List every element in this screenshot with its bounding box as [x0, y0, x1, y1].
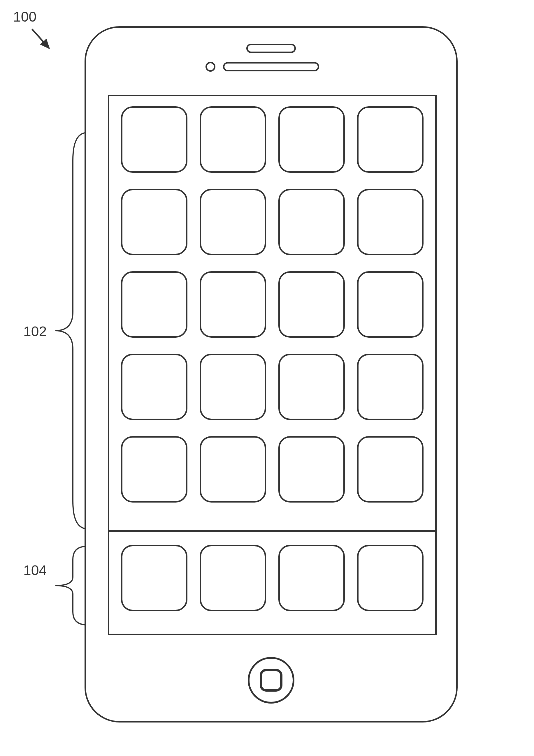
- app-icon[interactable]: [357, 436, 424, 502]
- app-icon[interactable]: [121, 354, 187, 420]
- app-icon[interactable]: [357, 106, 424, 173]
- touch-screen[interactable]: [108, 95, 436, 635]
- app-icon[interactable]: [121, 271, 187, 338]
- app-icon[interactable]: [278, 106, 345, 173]
- svg-line-1: [32, 29, 49, 48]
- app-icon[interactable]: [357, 271, 424, 338]
- app-icon[interactable]: [278, 189, 345, 255]
- figure-label-100: 100: [13, 9, 37, 25]
- arrow-icon: [29, 26, 55, 58]
- dock-app-icon[interactable]: [121, 545, 187, 611]
- app-icon[interactable]: [357, 354, 424, 420]
- home-button-icon: [260, 669, 282, 691]
- app-icon[interactable]: [200, 189, 266, 255]
- dock-app-icon[interactable]: [278, 545, 345, 611]
- app-icon[interactable]: [278, 354, 345, 420]
- top-sensor-slot: [246, 44, 296, 53]
- app-icon[interactable]: [357, 189, 424, 255]
- earpiece-speaker-icon: [223, 62, 319, 71]
- app-icon[interactable]: [278, 436, 345, 502]
- app-icon[interactable]: [200, 271, 266, 338]
- app-icon[interactable]: [200, 436, 266, 502]
- home-button[interactable]: [248, 657, 295, 704]
- phone-body: [85, 26, 458, 722]
- app-icon-grid: [121, 106, 424, 502]
- app-icon[interactable]: [121, 106, 187, 173]
- figure-label-104: 104: [23, 562, 47, 578]
- dock-app-icon[interactable]: [357, 545, 424, 611]
- app-icon[interactable]: [200, 354, 266, 420]
- front-camera-icon: [206, 62, 215, 72]
- dock-row: [121, 545, 424, 611]
- app-icon[interactable]: [278, 271, 345, 338]
- dock-app-icon[interactable]: [200, 545, 266, 611]
- app-icon[interactable]: [200, 106, 266, 173]
- figure-label-102: 102: [23, 323, 47, 339]
- dock-divider: [109, 530, 435, 532]
- app-icon[interactable]: [121, 436, 187, 502]
- app-icon[interactable]: [121, 189, 187, 255]
